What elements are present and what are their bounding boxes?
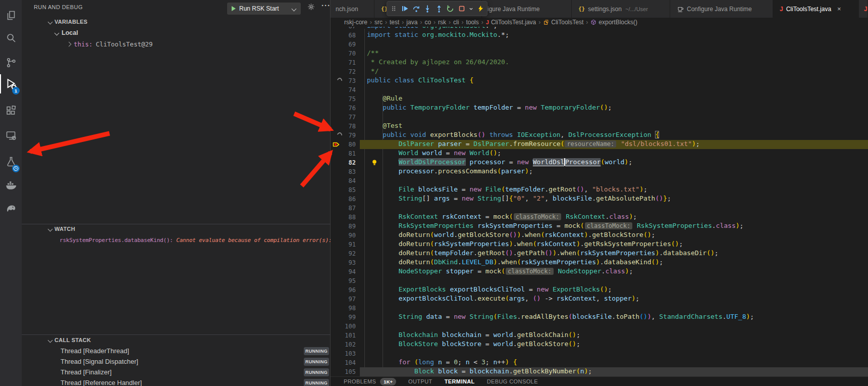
- breadcrumb-item-clitoolstest-java[interactable]: JCliToolsTest.java: [486, 19, 536, 26]
- code-line-text: File blocksFile = new File(tempFolder.ge…: [367, 185, 647, 195]
- thread-status-badge: RUNNING: [304, 379, 329, 386]
- tab-nch.json[interactable]: nch.json: [331, 0, 374, 18]
- call-stack-thread[interactable]: Thread [ReaderThread]: [61, 347, 129, 355]
- breadcrumb-item-cli[interactable]: cli: [453, 19, 459, 26]
- line-number[interactable]: 90: [331, 231, 356, 240]
- code-editor[interactable]: 67import static org.junit.Assert.*;68imp…: [331, 18, 868, 376]
- line-number[interactable]: 88: [331, 213, 356, 222]
- breadcrumb-item-src[interactable]: src: [374, 19, 383, 26]
- hot-code-replace-icon[interactable]: [476, 4, 485, 13]
- watch-section-header[interactable]: WATCH: [48, 226, 75, 232]
- line-number[interactable]: 69: [331, 40, 356, 49]
- line-number[interactable]: 76: [331, 104, 356, 113]
- breadcrumb-item-rsk[interactable]: rsk: [438, 19, 446, 26]
- line-number[interactable]: 77: [331, 113, 356, 122]
- breadcrumb-item-rskj-core[interactable]: rskj-core: [344, 19, 367, 26]
- line-number[interactable]: 74: [331, 85, 356, 94]
- line-number[interactable]: 87: [331, 204, 356, 213]
- code-line-98: 98: [331, 304, 868, 313]
- more-actions-icon[interactable]: ···: [321, 1, 331, 10]
- call-stack-thread[interactable]: Thread [Reference Handler]: [61, 379, 142, 386]
- activity-search-icon[interactable]: [0, 29, 22, 46]
- close-icon[interactable]: ×: [837, 5, 841, 13]
- line-number[interactable]: 105: [331, 367, 356, 376]
- line-number[interactable]: 81: [331, 149, 356, 158]
- line-number[interactable]: 85: [331, 185, 356, 195]
- breadcrumb-item-exportblocks-[interactable]: exportBlocks(): [590, 19, 637, 26]
- line-number[interactable]: 103: [331, 349, 356, 358]
- tab-Configure Java Runtime[interactable]: Configure Java Runtime: [670, 0, 773, 18]
- breadcrumb-item-tools[interactable]: tools: [466, 19, 478, 26]
- line-number[interactable]: 93: [331, 258, 356, 267]
- activity-remote-explorer-icon[interactable]: [0, 127, 22, 144]
- debug-count-badge: 1: [12, 87, 20, 94]
- line-number[interactable]: 94: [331, 267, 356, 276]
- gear-icon[interactable]: [307, 3, 315, 13]
- line-number[interactable]: 102: [331, 340, 356, 349]
- tab-CliToolsTest.java[interactable]: JCliToolsTest.java×: [773, 0, 859, 18]
- line-number[interactable]: 86: [331, 195, 356, 204]
- line-number[interactable]: 89: [331, 222, 356, 231]
- line-number[interactable]: 78: [331, 122, 356, 131]
- line-number[interactable]: 80: [331, 140, 356, 149]
- variables-section-header[interactable]: VARIABLES: [48, 19, 87, 25]
- restart-icon[interactable]: [446, 4, 455, 13]
- panel-tab-terminal[interactable]: TERMINAL: [445, 378, 475, 384]
- code-line-71: 71 * Created by ajlopez on 26/04/2020.: [331, 58, 868, 67]
- line-number[interactable]: 75: [331, 94, 356, 104]
- run-configuration-dropdown[interactable]: Run RSK Start: [227, 3, 301, 15]
- activity-source-control-icon[interactable]: [0, 54, 22, 71]
- line-number[interactable]: 83: [331, 167, 356, 176]
- line-number[interactable]: 95: [331, 276, 356, 285]
- line-number[interactable]: 84: [331, 176, 356, 185]
- line-number[interactable]: 96: [331, 285, 356, 295]
- activity-docker-icon[interactable]: [0, 176, 22, 194]
- step-out-icon[interactable]: [435, 4, 444, 13]
- line-number[interactable]: 68: [331, 31, 356, 40]
- line-number[interactable]: 97: [331, 295, 356, 304]
- line-number[interactable]: 82: [331, 158, 356, 167]
- thread-status-badge: RUNNING: [304, 358, 329, 366]
- continue-icon[interactable]: [401, 4, 410, 13]
- breadcrumb-item-co[interactable]: co: [424, 19, 431, 26]
- section-divider: [22, 224, 331, 224]
- call-stack-thread[interactable]: Thread [Finalizer]: [61, 368, 112, 376]
- panel-tab-output[interactable]: OUTPUT: [408, 378, 432, 384]
- variable-this[interactable]: this: CliToolsTest@29: [67, 40, 153, 48]
- tab-label: nch.json: [336, 6, 358, 13]
- breadcrumb-item-clitoolstest[interactable]: CliToolsTest: [543, 19, 583, 26]
- step-into-icon[interactable]: [423, 4, 432, 13]
- line-number[interactable]: 70: [331, 49, 356, 58]
- line-number[interactable]: 72: [331, 67, 356, 76]
- line-number[interactable]: 104: [331, 358, 356, 367]
- stop-dropdown-icon[interactable]: [469, 4, 474, 13]
- line-number[interactable]: 98: [331, 304, 356, 313]
- panel-tab-problems[interactable]: PROBLEMS1K+: [344, 378, 396, 385]
- activity-testing-icon[interactable]: [0, 153, 22, 170]
- line-number[interactable]: 73: [331, 76, 356, 85]
- tab-settings.json[interactable]: {}settings.json~/.../User: [572, 0, 670, 18]
- activity-explorer-icon[interactable]: [0, 7, 22, 24]
- panel-tab-debug-console[interactable]: DEBUG CONSOLE: [487, 378, 538, 384]
- line-number[interactable]: 100: [331, 322, 356, 331]
- line-number[interactable]: 79: [331, 131, 356, 140]
- stop-icon[interactable]: [457, 4, 466, 13]
- line-number[interactable]: 99: [331, 313, 356, 322]
- activity-gradle-icon[interactable]: [0, 200, 22, 217]
- tab-icon-only-6[interactable]: J: [859, 0, 868, 18]
- tab-igure Java Runtime[interactable]: igure Java Runtime: [482, 0, 572, 18]
- activity-run-and-debug-icon[interactable]: 1: [0, 75, 22, 92]
- line-number[interactable]: 92: [331, 249, 356, 258]
- watch-expression-row[interactable]: rskSystemProperties.databaseKind(): Cann…: [60, 237, 350, 246]
- step-over-icon[interactable]: [412, 4, 421, 13]
- breadcrumb-item-java[interactable]: java: [406, 19, 417, 26]
- call-stack-thread[interactable]: Thread [Signal Dispatcher]: [61, 358, 138, 365]
- line-number[interactable]: 71: [331, 58, 356, 67]
- line-number[interactable]: 91: [331, 240, 356, 249]
- code-line-text: @Test: [367, 122, 402, 131]
- variables-scope-local[interactable]: Local: [55, 29, 78, 36]
- call-stack-section-header[interactable]: CALL STACK: [48, 337, 91, 343]
- line-number[interactable]: 101: [331, 331, 356, 340]
- breadcrumb-item-test[interactable]: test: [390, 19, 399, 26]
- activity-extensions-icon[interactable]: [0, 102, 22, 119]
